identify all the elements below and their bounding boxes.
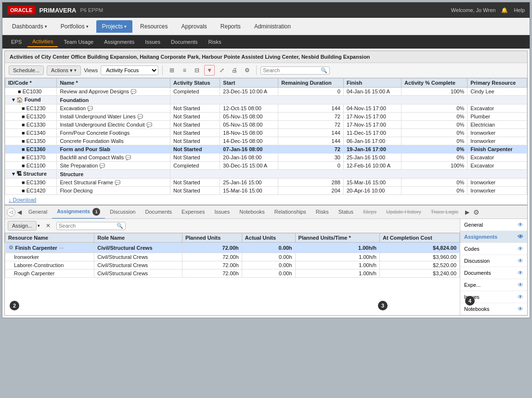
secnav-activities[interactable]: Activities <box>27 37 58 47</box>
toolbar-separator-2 <box>256 65 257 75</box>
assignment-search-input[interactable] <box>59 223 117 229</box>
col-header-pct: Activity % Complete <box>402 78 467 88</box>
actions-dropdown-icon: ▾ <box>70 67 73 74</box>
col-at-completion-cost: At Completion Cost <box>379 233 459 243</box>
table-row[interactable]: ■ EC1350 Concrete Foundation Walls Not S… <box>5 137 527 145</box>
assignment-row[interactable]: Laborer-Construction Civil/Structural Cr… <box>5 261 460 270</box>
tab-assignments[interactable]: Assignments 1 <box>52 205 105 219</box>
table-row[interactable]: ■ EC1320 Install Underground Water Lines… <box>5 113 527 121</box>
table-row[interactable]: ■ EC1330 Install Underground Electric Co… <box>5 121 527 129</box>
right-panel-expenses[interactable]: Expe... 👁 <box>460 279 527 291</box>
bottom-panel: ◁ ◀ General Assignments 1 Discussion Doc… <box>5 205 527 315</box>
table-row[interactable]: ■ EC1370 Backfill and Compact Walls 💬 No… <box>5 154 527 162</box>
eye-icon-assignments[interactable]: 👁 <box>518 233 523 240</box>
eye-icon-discussion[interactable]: 👁 <box>518 257 523 264</box>
tab-notebooks[interactable]: Notebooks <box>234 206 270 218</box>
bottom-content: Assign... ▾ ✕ 🔍 <box>5 219 527 315</box>
nav-administration[interactable]: Administration <box>248 20 297 33</box>
group-row-structure[interactable]: ▾ 🏗 Structure Structure <box>5 170 527 179</box>
table-row[interactable]: ■ EC1420 Floor Decking Not Started 15-Ma… <box>5 187 527 195</box>
group-row-found[interactable]: ▾ 🏠 Found Foundation <box>5 96 527 104</box>
user-welcome: Welcome, Jo Wren <box>451 7 496 13</box>
content-area: Activities of City Center Office Buildin… <box>4 51 528 316</box>
secnav-risks[interactable]: Risks <box>204 37 226 47</box>
nav-portfolios[interactable]: Portfolios <box>55 20 94 33</box>
tab-general[interactable]: General <box>24 206 52 218</box>
assignments-toolbar: Assign... ▾ ✕ 🔍 <box>5 219 460 233</box>
activities-toolbar: Schedule... Actions ▾ Views Activity Foc… <box>5 63 527 78</box>
tab-risks[interactable]: Risks <box>311 206 334 218</box>
tab-settings-icon[interactable]: ⚙ <box>471 207 482 218</box>
main-navigation: Dashboards Portfolios Projects Resources… <box>2 18 530 35</box>
table-row[interactable]: ■ EC1100 Site Preparation 💬 Completed 30… <box>5 162 527 170</box>
secnav-teamusage[interactable]: Team Usage <box>59 37 98 47</box>
split-icon[interactable]: ⊟ <box>192 65 202 76</box>
table-row[interactable]: ■ EC1390 Erect Structural Frame 💬 Not St… <box>5 179 527 187</box>
right-panel-general[interactable]: General 👁 <box>460 219 527 231</box>
actions-button[interactable]: Actions ▾ <box>47 65 81 76</box>
assignment-row[interactable]: Ironworker Civil/Structural Crews 72.00h… <box>5 253 460 261</box>
secnav-issues[interactable]: Issues <box>140 37 165 47</box>
right-panel-assignments[interactable]: Assignments 👁 <box>460 231 527 243</box>
tab-discussion[interactable]: Discussion <box>105 206 140 218</box>
secnav-documents[interactable]: Documents <box>166 37 203 47</box>
chart-icon[interactable]: ≡ <box>179 65 190 76</box>
settings-icon[interactable]: ⚙ <box>242 65 252 76</box>
right-panel-documents[interactable]: Documents 👁 <box>460 267 527 279</box>
col-actual-units: Actual Units <box>242 233 295 243</box>
schedule-button[interactable]: Schedule... <box>9 65 44 75</box>
tab-status[interactable]: Status <box>334 206 358 218</box>
right-panel-codes[interactable]: Codes 👁 <box>460 243 527 255</box>
nav-approvals[interactable]: Approvals <box>175 20 212 33</box>
assignment-row[interactable]: Rough Carpenter Civil/Structural Crews 7… <box>5 270 460 278</box>
nav-resources[interactable]: Resources <box>134 20 173 33</box>
eye-icon-documents[interactable]: 👁 <box>518 270 523 276</box>
nav-dashboards[interactable]: Dashboards <box>6 20 53 33</box>
col-header-id: ID/Code * <box>5 78 57 88</box>
eye-icon-notebooks[interactable]: 👁 <box>518 306 523 312</box>
tab-trace-logic[interactable]: Trace Logic <box>426 206 463 218</box>
search-input[interactable] <box>263 67 321 73</box>
table-row[interactable]: ■ EC1030 Review and Approve Designs 💬 Co… <box>5 88 527 96</box>
tab-update-history[interactable]: Update History <box>381 206 426 218</box>
assignment-search-box: 🔍 <box>56 222 126 230</box>
nav-projects[interactable]: Projects <box>96 20 132 33</box>
toolbar-icons: ⊞ ≡ ⊟ ▼ ⤢ 🖨 ⚙ <box>167 65 252 76</box>
eye-icon-general[interactable]: 👁 <box>518 221 523 228</box>
grid-icon[interactable]: ⊞ <box>167 65 177 76</box>
table-row[interactable]: ■ EC1340 Form/Pour Concrete Footings Not… <box>5 129 527 137</box>
remove-assignment-icon[interactable]: ✕ <box>43 220 53 231</box>
eye-icon-issues[interactable]: 👁 <box>518 294 523 300</box>
download-link[interactable]: ↓ Download <box>5 195 527 205</box>
col-planned-units-time: Planned Units/Time * <box>295 233 379 243</box>
annotation-2: 2 <box>10 301 19 310</box>
settings-col-icon[interactable]: ⚙ <box>9 244 13 251</box>
prev-tab-button[interactable]: ◀ <box>15 208 24 217</box>
assign-button[interactable]: Assign... <box>8 221 37 231</box>
view-select[interactable]: Activity Focus <box>101 65 158 75</box>
assign-dropdown-icon: ▾ <box>38 223 40 228</box>
right-panel: General 👁 Assignments 👁 Codes 👁 Discussi… <box>460 219 527 315</box>
nav-reports[interactable]: Reports <box>215 20 247 33</box>
tab-expenses[interactable]: Expenses <box>177 206 209 218</box>
tab-issues[interactable]: Issues <box>209 206 234 218</box>
back-button[interactable]: ◁ <box>7 208 15 217</box>
tab-documents[interactable]: Documents <box>140 206 177 218</box>
tab-steps[interactable]: Steps <box>358 206 381 218</box>
table-row[interactable]: ■ EC1230 Excavation 💬 Not Started 12-Oct… <box>5 104 527 113</box>
eye-icon-expenses[interactable]: 👁 <box>518 282 523 288</box>
secnav-eps[interactable]: EPS <box>6 37 26 47</box>
right-panel-discussion[interactable]: Discussion 👁 <box>460 255 527 267</box>
secnav-assignments[interactable]: Assignments <box>99 37 139 47</box>
help-link[interactable]: Help <box>514 7 525 13</box>
filter-icon[interactable]: ▼ <box>204 65 215 76</box>
table-row-highlighted[interactable]: ■ EC1360 Form and Pour Slab Not Started … <box>5 145 527 154</box>
eye-icon-codes[interactable]: 👁 <box>518 245 523 252</box>
notification-icon[interactable]: 🔔 <box>501 7 508 13</box>
toolbar-separator-1 <box>162 65 163 75</box>
assignment-row-highlighted[interactable]: ⚙ Finish Carpenter ··· Civil/Structural … <box>5 243 460 253</box>
expand-icon[interactable]: ⤢ <box>217 65 227 76</box>
tab-relationships[interactable]: Relationships <box>270 206 311 218</box>
next-tab-button[interactable]: ▶ <box>463 208 471 217</box>
print-icon[interactable]: 🖨 <box>229 65 240 76</box>
